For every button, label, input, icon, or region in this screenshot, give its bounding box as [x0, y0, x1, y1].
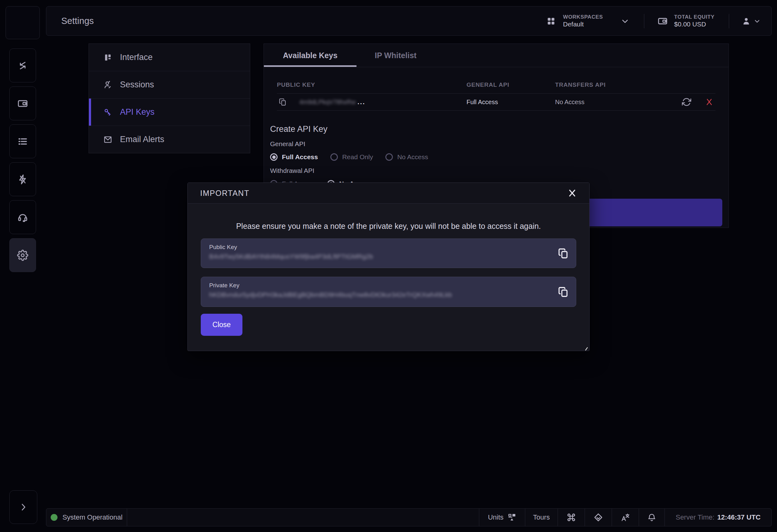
workspaces-grid-icon: [546, 16, 556, 26]
language-button[interactable]: [612, 508, 639, 526]
private-key-label: Private Key: [209, 282, 568, 289]
logo-placeholder: [6, 6, 40, 39]
notifications-button[interactable]: [639, 508, 665, 526]
status-green-dot-icon: [51, 514, 58, 521]
user-avatar-icon: [742, 16, 751, 26]
list-icon: [17, 136, 28, 147]
shortcuts-button[interactable]: [558, 508, 585, 526]
public-key-label: Public Key: [209, 244, 568, 250]
col-header-transfers-api: TRANSFERS API: [555, 82, 672, 88]
create-api-key-section: Create API Key General API Full Access R…: [264, 124, 729, 188]
withdrawal-api-label: Withdrawal API: [270, 167, 722, 175]
radio-selected-icon: [270, 153, 278, 161]
tab-ip-whitelist[interactable]: IP Whitelist: [356, 44, 435, 67]
radio-unselected-icon: [330, 153, 338, 161]
nav-item-label: Email Alerts: [120, 135, 164, 144]
envelope-icon: [103, 135, 113, 144]
nav-item-api-keys[interactable]: API Keys: [89, 99, 250, 126]
delete-x-icon[interactable]: [705, 98, 713, 106]
topbar-right-cluster: WORKSPACES Default TOTAL EQUITY $0.00 US…: [546, 14, 771, 29]
topbar-divider: [729, 14, 729, 28]
units-button[interactable]: Units: [479, 508, 525, 526]
copy-icon[interactable]: [279, 98, 287, 106]
translate-icon: [621, 513, 630, 522]
tab-available-keys[interactable]: Available Keys: [264, 44, 356, 67]
close-button[interactable]: Close: [201, 314, 242, 336]
transfer-button[interactable]: [9, 48, 36, 82]
workspaces-value: Default: [563, 20, 603, 28]
system-status-label: System Operational: [63, 513, 122, 521]
status-bar: System Operational Units Tours: [46, 508, 772, 526]
topbar-divider: [644, 14, 644, 28]
theme-button[interactable]: [585, 508, 612, 526]
units-label: Units: [488, 513, 504, 521]
tours-button[interactable]: Tours: [525, 508, 558, 526]
masked-public-key: 4m9dLPkqV78hxRw: [299, 99, 355, 105]
workspaces-label: WORKSPACES: [563, 14, 603, 20]
bell-icon: [647, 513, 656, 522]
tours-label: Tours: [533, 513, 550, 521]
chevron-right-icon: [18, 502, 29, 512]
account-menu[interactable]: [742, 16, 761, 26]
units-diagram-icon: [508, 513, 516, 522]
server-time-value: 12:46:37 UTC: [717, 513, 761, 521]
settings-button[interactable]: [9, 238, 36, 272]
support-button[interactable]: [9, 200, 36, 234]
radio-general-read-only[interactable]: Read Only: [330, 153, 373, 161]
key-icon: [103, 108, 113, 117]
modal-header: IMPORTANT: [188, 183, 589, 204]
radio-label: Full Access: [282, 153, 318, 161]
orders-list-button[interactable]: [9, 124, 36, 158]
transfers-api-value: No Access: [555, 99, 672, 106]
api-keys-tabs: Available Keys IP Whitelist: [264, 44, 729, 67]
wallet-button[interactable]: [9, 87, 36, 120]
radio-label: No Access: [397, 153, 428, 161]
user-icon: [103, 80, 113, 90]
col-header-public-key: PUBLIC KEY: [277, 82, 466, 88]
lightning-icon: [17, 174, 28, 185]
radio-general-full-access[interactable]: Full Access: [270, 153, 318, 161]
modal-message: Please ensure you make a note of the pri…: [188, 222, 589, 231]
radio-label: Read Only: [342, 153, 373, 161]
refresh-icon[interactable]: [682, 97, 691, 107]
nav-item-email-alerts[interactable]: Email Alerts: [89, 126, 250, 153]
page-title: Settings: [61, 16, 94, 26]
radio-general-no-access[interactable]: No Access: [385, 153, 428, 161]
api-key-table-row: 4m9dLPkqV78hxRw... Full Access No Access: [277, 94, 715, 111]
sidebar-expand-button[interactable]: [9, 490, 37, 524]
command-icon: [566, 512, 576, 522]
general-api-radio-group: Full Access Read Only No Access: [270, 153, 722, 161]
api-keys-table: PUBLIC KEY GENERAL API TRANSFERS API 4m9…: [277, 82, 715, 111]
public-key-cell: 4m9dLPkqV78hxRw...: [277, 98, 466, 106]
transfer-icon: [17, 60, 28, 71]
strategies-button[interactable]: [9, 162, 36, 196]
workspaces-chevron-down-icon[interactable]: [620, 16, 630, 26]
nav-item-sessions[interactable]: Sessions: [89, 71, 250, 99]
close-x-icon[interactable]: [567, 188, 577, 198]
copy-icon[interactable]: [558, 286, 569, 298]
account-chevron-down-icon: [753, 17, 761, 25]
table-header-row: PUBLIC KEY GENERAL API TRANSFERS API: [277, 82, 715, 94]
radio-unselected-icon: [385, 153, 393, 161]
server-time-label: Server Time:: [676, 513, 714, 521]
modal-resize-handle[interactable]: [585, 347, 588, 351]
private-key-field: Private Key hKDBvndur5ydjvDPH3kaJdBEgBQb…: [201, 277, 576, 307]
general-api-value: Full Access: [466, 99, 555, 106]
diamond-icon: [594, 513, 603, 522]
equity-wallet-icon: [657, 16, 668, 26]
public-key-field: Public Key B4v9Twy5KdBAYtN84MqusYW9fjba4…: [201, 238, 576, 268]
nav-item-interface[interactable]: Interface: [89, 44, 250, 71]
copy-icon[interactable]: [558, 248, 569, 259]
create-api-key-title: Create API Key: [270, 124, 722, 134]
important-modal: IMPORTANT Please ensure you make a note …: [188, 183, 589, 351]
left-sidebar: [6, 6, 40, 527]
workspaces-selector[interactable]: WORKSPACES Default: [563, 14, 603, 29]
statusbar-spacer: [127, 508, 479, 526]
nav-item-label: Interface: [120, 52, 152, 62]
server-time: Server Time: 12:46:37 UTC: [664, 508, 772, 526]
nav-item-label: Sessions: [120, 80, 154, 90]
key-ellipsis: ...: [357, 99, 365, 105]
gear-icon: [17, 250, 28, 261]
col-header-general-api: GENERAL API: [466, 82, 555, 88]
headset-icon: [17, 212, 28, 223]
